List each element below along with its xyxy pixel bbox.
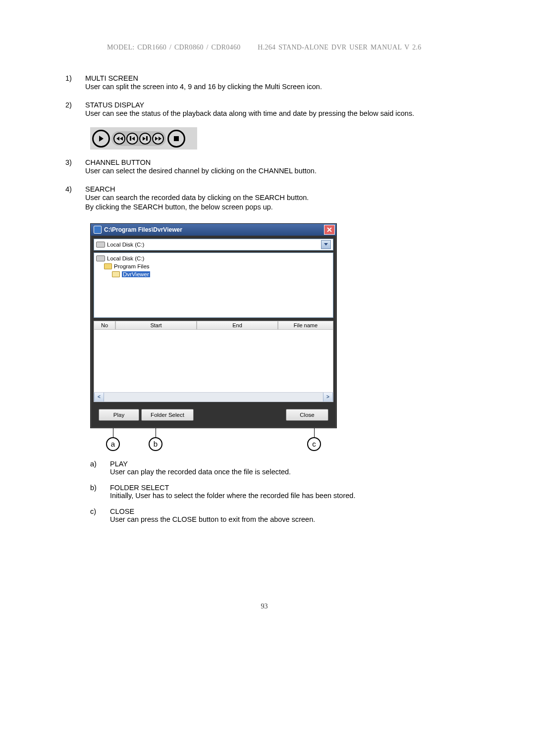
- column-filename[interactable]: File name: [278, 321, 333, 330]
- next-icon[interactable]: [139, 133, 151, 145]
- playback-group: [111, 131, 166, 146]
- drive-icon: [96, 242, 105, 248]
- subsection-folder-select: b) FOLDER SELECT Initially, User has to …: [90, 484, 468, 500]
- prev-icon[interactable]: [126, 133, 138, 145]
- subsection-number: c): [90, 507, 110, 523]
- scroll-track[interactable]: [104, 393, 323, 402]
- section-title: CHANNEL BUTTON: [85, 158, 468, 166]
- dialog-annotations: a b c: [90, 428, 337, 451]
- subsection-number: a): [90, 460, 110, 476]
- column-end[interactable]: End: [197, 321, 278, 330]
- section-number: 1): [65, 74, 85, 92]
- scroll-right-icon[interactable]: [323, 393, 333, 402]
- section-channel-button: 3) CHANNEL BUTTON User can select the de…: [65, 158, 468, 176]
- folder-icon: [104, 263, 112, 269]
- section-title: MULTI SCREEN: [85, 74, 468, 82]
- tree-label: Program Files: [114, 263, 150, 269]
- play-icon[interactable]: [92, 130, 110, 148]
- subsection-title: CLOSE: [110, 507, 468, 515]
- section-search: 4) SEARCH User can search the recorded d…: [65, 185, 468, 212]
- tree-folder-selected[interactable]: DvrViewer: [112, 270, 331, 278]
- folder-select-button[interactable]: Folder Select: [141, 409, 194, 421]
- column-start[interactable]: Start: [115, 321, 197, 330]
- section-desc: By clicking the SEARCH button, the below…: [85, 202, 468, 212]
- file-list[interactable]: [94, 330, 333, 392]
- dialog-button-row: Play Folder Select Close: [91, 406, 336, 428]
- tree-root[interactable]: Local Disk (C:): [96, 254, 331, 262]
- page-header: MODEL: CDR1660 / CDR0860 / CDR0460 H.264…: [60, 44, 468, 51]
- folder-tree[interactable]: Local Disk (C:) Program Files DvrViewer: [94, 252, 333, 318]
- section-number: 3): [65, 158, 85, 176]
- section-title: SEARCH: [85, 185, 468, 193]
- subsection-number: b): [90, 484, 110, 500]
- subsection-desc: Initially, User has to select the folder…: [110, 492, 468, 500]
- horizontal-scrollbar[interactable]: [94, 392, 333, 402]
- column-no[interactable]: No: [94, 321, 115, 330]
- rewind-icon[interactable]: [113, 133, 125, 145]
- dropdown-arrow-icon[interactable]: [321, 240, 331, 249]
- annotation-line: [156, 428, 156, 437]
- close-button[interactable]: Close: [286, 409, 328, 421]
- tree-label: Local Disk (C:): [107, 255, 144, 261]
- section-number: 2): [65, 101, 85, 119]
- section-desc: User can see the status of the playback …: [85, 109, 468, 119]
- file-list-header: No Start End File name: [94, 321, 333, 330]
- drive-selected-label: Local Disk (C:): [107, 242, 144, 248]
- annotation-c: c: [307, 437, 321, 451]
- close-icon[interactable]: [324, 225, 335, 235]
- header-model: MODEL: CDR1660 / CDR0860 / CDR0460: [107, 44, 241, 51]
- tree-folder[interactable]: Program Files: [104, 262, 331, 270]
- dialog-title: C:\Program Files\DvrViewer: [104, 226, 324, 233]
- section-multi-screen: 1) MULTI SCREEN User can split the scree…: [65, 74, 468, 92]
- tree-label: DvrViewer: [122, 271, 150, 277]
- annotation-line: [314, 428, 315, 437]
- folder-open-icon: [112, 271, 120, 277]
- section-title: STATUS DISPLAY: [85, 101, 468, 109]
- subsection-title: FOLDER SELECT: [110, 484, 468, 492]
- dialog-app-icon: [94, 226, 102, 234]
- stop-icon[interactable]: [167, 130, 185, 148]
- playback-toolbar: [90, 127, 197, 150]
- section-desc: User can select the desired channel by c…: [85, 166, 468, 176]
- subsection-desc: User can play the recorded data once the…: [110, 468, 468, 476]
- drive-icon: [96, 255, 105, 261]
- annotation-line: [113, 428, 113, 437]
- scroll-left-icon[interactable]: [94, 393, 104, 402]
- subsection-title: PLAY: [110, 460, 468, 468]
- subsection-desc: User can press the CLOSE button to exit …: [110, 515, 468, 523]
- play-button[interactable]: Play: [99, 409, 139, 421]
- page-number: 93: [60, 603, 468, 610]
- fast-forward-icon[interactable]: [152, 133, 164, 145]
- section-desc: User can split the screen into 4, 9 and …: [85, 82, 468, 92]
- annotation-a: a: [106, 437, 120, 451]
- subsection-play: a) PLAY User can play the recorded data …: [90, 460, 468, 476]
- section-desc: User can search the recorded data by cli…: [85, 193, 468, 203]
- subsection-close: c) CLOSE User can press the CLOSE button…: [90, 507, 468, 523]
- annotation-b: b: [149, 437, 162, 451]
- search-dialog: C:\Program Files\DvrViewer Local Disk (C…: [90, 223, 337, 428]
- section-number: 4): [65, 185, 85, 212]
- dialog-titlebar: C:\Program Files\DvrViewer: [91, 224, 336, 236]
- header-manual: H.264 STAND-ALONE DVR USER MANUAL V 2.6: [258, 44, 421, 51]
- section-status-display: 2) STATUS DISPLAY User can see the statu…: [65, 101, 468, 119]
- drive-dropdown[interactable]: Local Disk (C:): [94, 239, 333, 251]
